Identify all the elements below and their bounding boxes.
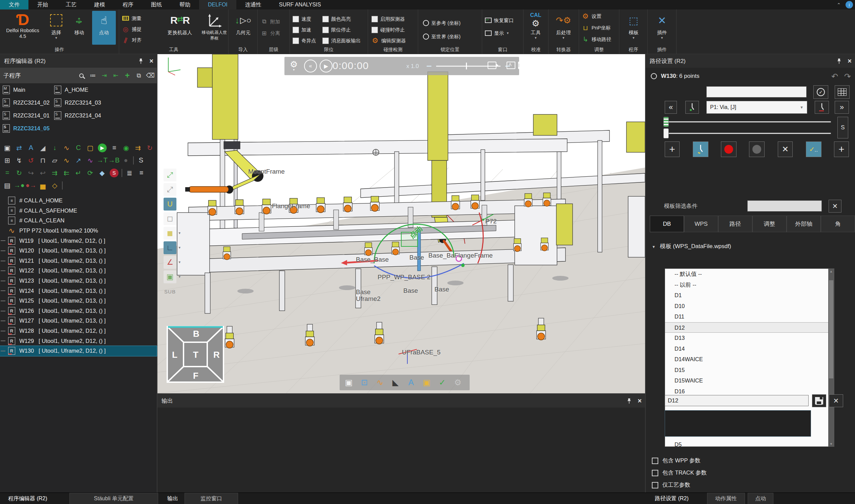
pin-icon[interactable] <box>837 58 841 64</box>
path-slider-2[interactable] <box>664 133 831 134</box>
frame-select-icon[interactable]: ▢ <box>84 143 96 153</box>
cube-face-back[interactable]: B <box>193 329 199 339</box>
program-row-w125[interactable]: W125 [ Utool1, Uframe2, D13, () ] <box>0 296 157 306</box>
option-include-track[interactable]: 包含 TRACK 参数 <box>652 469 707 476</box>
lock-radio-to-world[interactable]: 至世界 (坐标) <box>423 30 461 43</box>
menu-item-connectivity[interactable]: 连通性 <box>236 0 270 10</box>
solid-cube-icon[interactable]: ◼ <box>163 227 176 240</box>
program-row-w128[interactable]: W128 [ Utool1, Uframe2, D12, () ] <box>0 326 157 336</box>
tree-item-main[interactable]: M Main <box>3 83 53 96</box>
lock-radio-to-reference[interactable]: 至参考 (坐标) <box>423 16 461 30</box>
select-button[interactable]: 选择 ▼ <box>46 11 67 45</box>
add-subprogram-icon[interactable]: + <box>124 72 131 79</box>
record-disabled-button[interactable] <box>749 142 765 157</box>
program-window-icon[interactable]: ⊡ <box>357 376 372 389</box>
clipboard-icon[interactable]: ≣ <box>124 167 136 178</box>
navigation-cube[interactable]: B L T R F <box>166 326 224 383</box>
close-icon[interactable]: × <box>149 57 154 64</box>
edit-detector-button[interactable]: ⚙ 编辑探测器 <box>372 35 406 46</box>
align-button[interactable]: ∥ 对齐 <box>122 35 142 45</box>
limits-curve-icon[interactable]: ◣ <box>388 376 403 389</box>
template-item-d15[interactable]: D15 <box>665 365 834 376</box>
prev-point-button[interactable]: « <box>665 101 677 114</box>
close-icon[interactable]: × <box>638 397 642 404</box>
geometry-button[interactable]: ↓▷○ 几何元 <box>231 11 256 45</box>
limit-check-message-panel-output[interactable]: 消息面板输出 <box>322 35 361 46</box>
view-plane-icon[interactable]: ∟ <box>163 241 176 254</box>
cube-face-left[interactable]: L <box>172 350 177 360</box>
collision-check-stop-on-collision[interactable]: 碰撞时停止 <box>372 24 406 35</box>
program-row-w124[interactable]: W124 [ Utool1, Uframe2, D13, () ] <box>0 286 157 296</box>
to-base-icon[interactable]: →B <box>108 155 120 166</box>
bottom-tab-path-settings[interactable]: 路径设置 (R2) <box>649 493 694 504</box>
refresh-icon[interactable]: ⟳ <box>84 167 96 178</box>
point-selector-dropdown[interactable]: P1: Via, [J] <box>706 101 807 114</box>
goto-start-torch-button[interactable] <box>685 101 699 114</box>
insert-point-icon[interactable]: ↓ <box>49 143 60 153</box>
speed-slider-handle[interactable] <box>466 62 467 69</box>
option-include-wpp[interactable]: 包含 WPP 参数 <box>652 457 700 464</box>
bottom-tab-jog[interactable]: 点动 <box>748 493 773 504</box>
tree-item-r2zc3214-04[interactable]: S R2ZC3214_04 <box>54 109 105 122</box>
chart-icon[interactable]: ▅ <box>37 180 49 191</box>
close-icon[interactable]: × <box>848 57 852 64</box>
return-icon[interactable]: ↵ <box>72 167 84 178</box>
path-slider-1-handle[interactable] <box>663 117 669 127</box>
program-row-w119[interactable]: W119 [ Utool1, Uframe2, D12, () ] <box>0 236 157 246</box>
separator-2[interactable] <box>120 167 124 178</box>
cube-face-front[interactable]: F <box>193 371 198 381</box>
about-icon[interactable]: i <box>845 1 853 8</box>
paste-forward-icon[interactable]: ↪ <box>25 167 37 178</box>
weld-op-icon[interactable]: ▣ <box>342 376 356 389</box>
cube-face-top[interactable]: T <box>193 350 198 360</box>
folder-icon[interactable]: ▱ <box>49 155 60 166</box>
cal-tool-button[interactable]: CAL ⚙ 工具 ▼ <box>524 11 547 45</box>
goto-end-torch-button[interactable] <box>815 101 829 114</box>
restore-window-button[interactable]: 恢复窗口 <box>485 16 514 25</box>
continue-path-icon[interactable]: C <box>72 143 84 153</box>
path-radio[interactable] <box>651 73 657 79</box>
limit-check-singularity[interactable]: 奇异点 <box>292 35 316 46</box>
template-button[interactable]: ⬚ 模板 ▼ <box>621 11 646 45</box>
polyline-icon[interactable]: ↯ <box>13 155 25 166</box>
print-icon[interactable]: ▤ <box>1 180 13 191</box>
measure-button[interactable]: 测量 <box>122 14 142 23</box>
insert-torch-button[interactable] <box>693 142 708 157</box>
listbox-scrollbar[interactable]: ▲ ▼ <box>828 269 834 447</box>
record-point-button[interactable] <box>721 142 736 157</box>
tree-item-r2zc3214-05[interactable]: S R2ZC3214_05 <box>3 122 53 135</box>
verify-path-button[interactable]: ✓.. <box>806 142 821 157</box>
delete-point-button[interactable]: ✕ <box>778 142 793 157</box>
trash-icon[interactable]: ⌫ <box>147 72 154 79</box>
weld-op-icon[interactable]: ▣ <box>1 143 13 153</box>
signal-out-icon[interactable]: ●→ <box>25 180 37 191</box>
point-table-button[interactable] <box>835 85 850 99</box>
record-disabled-icon[interactable]: ● <box>120 155 132 166</box>
menu-item-start[interactable]: 开始 <box>29 0 57 10</box>
rgb-cube-icon[interactable]: ▣ <box>163 270 176 283</box>
tree-item-r2zc3214-01[interactable]: S R2ZC3214_01 <box>3 109 53 122</box>
export-program-icon[interactable]: ⇤ <box>112 72 120 79</box>
separator-3[interactable] <box>60 180 64 191</box>
collision-ok-icon[interactable]: ✓ <box>435 376 449 389</box>
sub-curve-icon[interactable]: SUB <box>163 285 176 298</box>
menu-item-file[interactable]: 文件 <box>0 0 29 10</box>
program-row-w130[interactable]: W130 [ Utool1, Uframe2, D12, () ] <box>0 346 157 356</box>
template-item-previous[interactable]: -- 以前 -- <box>665 280 834 290</box>
program-row-w120[interactable]: W120 [ Utool1, Uframe2, D13, () ] <box>0 246 157 256</box>
program-row-call-a-safehome[interactable]: # CALL A_SAFEHOME <box>0 206 157 216</box>
checklist-icon[interactable]: ≔ <box>89 72 96 79</box>
play-button[interactable]: ▶ <box>320 59 333 72</box>
export-pdf-icon[interactable] <box>506 61 515 69</box>
magnet-icon[interactable]: U <box>163 198 176 211</box>
detach-button[interactable]: ⊞ 分离 <box>261 29 280 38</box>
direction-icon[interactable]: ◉ <box>120 143 132 153</box>
template-filter-input[interactable] <box>747 200 822 212</box>
wire-cube-icon[interactable]: ◻ <box>163 212 176 225</box>
template-name-input[interactable] <box>665 395 808 406</box>
menu-item-delfoi[interactable]: DELFOI <box>199 0 236 10</box>
template-item-d14waice[interactable]: D14WAICE <box>665 354 834 365</box>
move-button[interactable]: 移动 <box>68 11 90 45</box>
conveyor-icon[interactable]: ⇉ <box>132 143 144 153</box>
add-point-after-button[interactable]: + <box>834 142 849 157</box>
